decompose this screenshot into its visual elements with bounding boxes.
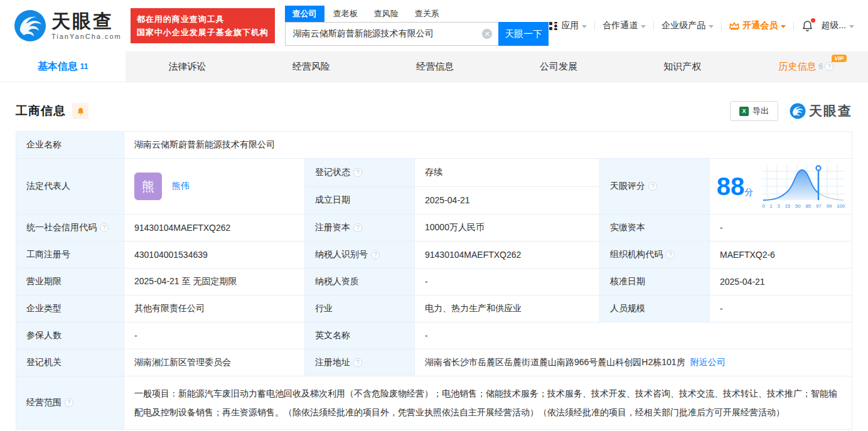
- field-label: 法定代表人: [16, 159, 124, 215]
- table-row: 统一社会信用代码? 91430104MAEFTXQ262 注册资本? 10000…: [16, 215, 852, 242]
- section-title: 工商信息: [16, 103, 66, 119]
- menu-partner-label: 合作通道: [603, 20, 638, 31]
- tab-company-development[interactable]: 公司发展: [497, 51, 621, 82]
- taxpayer-quality-value: -: [415, 269, 600, 295]
- promo-banner: 都在用的商业查询工具 国家中小企业发展子基金旗下机构: [131, 8, 275, 44]
- reg-address-cell: 湖南省长沙市岳麓区岳麓街道麓山南路966号麓山科创园H2栋101房附近公司: [415, 349, 852, 376]
- export-button[interactable]: X 导出: [730, 101, 778, 121]
- help-icon[interactable]: ?: [65, 398, 73, 407]
- tab-operating-info[interactable]: 经营信息: [373, 51, 496, 82]
- help-icon[interactable]: ?: [100, 223, 109, 232]
- vip-badge: VIP: [832, 55, 847, 62]
- menu-enterprise-label: 企业级产品: [662, 20, 705, 31]
- org-code-value: MAEFTXQ2-6: [710, 242, 852, 269]
- tab-label: 历史信息: [779, 61, 817, 73]
- company-nav-tabs: 基本信息 11 法律诉讼 经营风险 经营信息 公司发展 知识产权 VIP 历史信…: [0, 51, 868, 82]
- legal-rep-avatar[interactable]: 熊: [134, 173, 162, 200]
- menu-vip-label: 开通会员: [742, 20, 778, 31]
- help-icon[interactable]: ?: [648, 182, 657, 191]
- chevron-down-icon: [582, 25, 587, 28]
- score-unit: 分: [744, 187, 753, 197]
- chevron-down-icon: [709, 25, 714, 28]
- company-name-value: 湖南云储斯蔚普新能源技术有限公司: [124, 132, 852, 159]
- tab-operating-risk[interactable]: 经营风险: [249, 51, 373, 82]
- divider: [793, 21, 794, 30]
- search-tab-boss[interactable]: 查老板: [326, 6, 365, 22]
- table-row: 企业名称 湖南云储斯蔚普新能源技术有限公司: [16, 132, 852, 159]
- logo-swirl-icon: [14, 9, 46, 42]
- search-tab-risk[interactable]: 查风险: [367, 6, 406, 22]
- menu-partner-channel[interactable]: 合作通道: [603, 20, 646, 31]
- excel-icon: X: [739, 107, 749, 116]
- reg-status-value: 存续: [415, 159, 600, 187]
- nearby-companies-link[interactable]: 附近公司: [690, 357, 726, 367]
- table-row: 企业类型 其他有限责任公司 行业 电力、热力生产和供应业 人员规模 -: [16, 295, 852, 322]
- logo-subtitle: TianYanCha.com: [51, 33, 122, 40]
- menu-super-label: 超级...: [821, 20, 846, 31]
- divider: [721, 21, 722, 30]
- notification-dot: [811, 18, 815, 23]
- help-icon[interactable]: ?: [666, 250, 675, 259]
- reg-number-value: 430104001534639: [124, 242, 305, 269]
- credit-code-value: 91430104MAEFTXQ262: [124, 215, 305, 242]
- reg-capital-value: 10000万人民币: [415, 215, 600, 242]
- menu-super-vip[interactable]: 超级...: [821, 20, 854, 31]
- menu-enterprise-products[interactable]: 企业级产品: [662, 20, 714, 31]
- grid-apps-icon: [549, 21, 558, 31]
- tab-intellectual-property[interactable]: 知识产权: [621, 51, 744, 82]
- menu-apps[interactable]: 应用: [549, 20, 587, 31]
- search-tabs: 查公司 查老板 查风险 查关系: [285, 6, 549, 22]
- subscribe-bell-chip[interactable]: [72, 103, 88, 119]
- english-name-value: -: [415, 322, 852, 349]
- help-icon[interactable]: ?: [353, 168, 362, 177]
- business-term-value: 2025-04-21 至 无固定期限: [124, 269, 305, 295]
- tab-label: 基本信息: [38, 60, 78, 73]
- promo-banner-line2: 国家中小企业发展子基金旗下机构: [137, 26, 269, 39]
- field-label: 经营范围?: [16, 376, 124, 430]
- menu-open-vip[interactable]: 开通会员: [729, 20, 786, 31]
- field-label: 登记机关: [16, 349, 124, 376]
- main-content: 工商信息 X 导出 天眼查: [0, 101, 868, 430]
- search-tab-company[interactable]: 查公司: [285, 6, 324, 22]
- help-icon[interactable]: ?: [825, 62, 833, 71]
- help-icon[interactable]: ?: [353, 223, 362, 232]
- company-type-value: 其他有限责任公司: [124, 295, 305, 322]
- promo-banner-line1: 都在用的商业查询工具: [137, 13, 269, 26]
- staff-size-value: -: [710, 295, 852, 322]
- watermark-text: 天眼查: [809, 102, 852, 120]
- tab-history-info[interactable]: VIP 历史信息 6 ?: [744, 51, 868, 82]
- divider: [653, 21, 654, 30]
- search-button[interactable]: 天眼一下: [498, 22, 549, 46]
- tab-count: 11: [80, 62, 88, 71]
- score-curve-chart: 0131550859799100: [762, 164, 845, 209]
- search-area: 查公司 查老板 查风险 查关系 ✕ 天眼一下: [285, 6, 549, 46]
- tab-label: 经营信息: [416, 61, 454, 73]
- legal-rep-cell: 熊 熊伟: [124, 159, 305, 215]
- establish-date-value: 2025-04-21: [415, 186, 600, 215]
- reg-address-value: 湖南省长沙市岳麓区岳麓街道麓山南路966号麓山科创园H2栋101房: [425, 357, 685, 367]
- tab-basic-info[interactable]: 基本信息 11: [0, 51, 126, 82]
- search-input[interactable]: [285, 22, 499, 46]
- field-label: 企业类型: [16, 295, 124, 322]
- field-label: 纳税人资质: [305, 269, 415, 295]
- tianyancha-logo[interactable]: 天眼查 TianYanCha.com: [14, 9, 122, 42]
- tab-legal-proceedings[interactable]: 法律诉讼: [126, 51, 249, 82]
- tab-label: 公司发展: [540, 61, 577, 73]
- tab-label: 法律诉讼: [169, 61, 206, 73]
- field-label: 登记状态?: [305, 159, 415, 187]
- help-icon[interactable]: ?: [353, 358, 362, 367]
- top-header: 天眼查 TianYanCha.com 都在用的商业查询工具 国家中小企业发展子基…: [0, 0, 868, 51]
- industry-value: 电力、热力生产和供应业: [415, 295, 600, 322]
- search-tab-relation[interactable]: 查关系: [407, 6, 447, 22]
- business-scope-value: 一般项目：新能源汽车废旧动力蓄电池回收及梯次利用（不含危险废物经营）；电池销售；…: [124, 376, 852, 430]
- field-label: 核准日期: [600, 269, 710, 295]
- table-row: 登记机关 湖南湘江新区管理委员会 注册地址? 湖南省长沙市岳麓区岳麓街道麓山南路…: [16, 349, 852, 376]
- score-cell[interactable]: 88分: [710, 159, 852, 215]
- legal-rep-link[interactable]: 熊伟: [172, 181, 190, 192]
- help-icon[interactable]: ?: [371, 250, 380, 259]
- tab-label: 知识产权: [663, 61, 701, 73]
- table-row: 工商注册号 430104001534639 纳税人识别号? 91430104MA…: [16, 242, 852, 269]
- watermark-logo: 天眼查: [790, 102, 852, 120]
- notifications-bell[interactable]: [801, 20, 813, 32]
- field-label: 统一社会信用代码?: [16, 215, 124, 242]
